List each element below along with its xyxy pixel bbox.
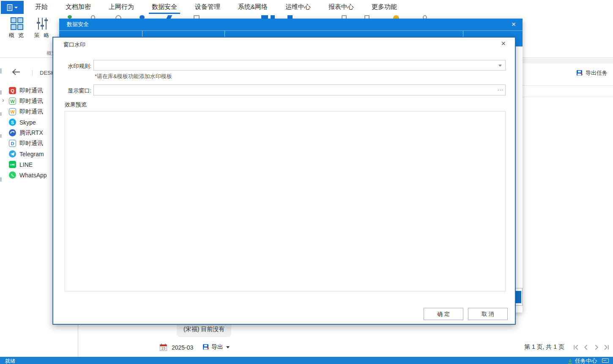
chevron-down-icon xyxy=(14,7,18,8)
month-picker[interactable]: 23 2025-03 xyxy=(159,343,193,351)
pen-icon-fragment xyxy=(166,15,172,19)
overview-button[interactable]: 概 览 xyxy=(5,17,29,39)
tab-report-center[interactable]: 报表中心 xyxy=(320,0,363,14)
list-item-label: 即时通讯 xyxy=(19,98,43,105)
preview-area xyxy=(65,111,506,291)
grid-icon xyxy=(5,17,29,30)
ribbon-tabbar: 开始 文档加密 上网行为 数据安全 设备管理 系统&网络 运维中心 报表中心 更… xyxy=(0,0,613,14)
telegram-icon xyxy=(9,150,16,158)
export-label: 导出 xyxy=(211,343,223,351)
blue-icon-fragment xyxy=(140,15,145,19)
gray-icon-fragment xyxy=(342,15,347,19)
list-item-label: 腾讯RTX xyxy=(19,129,43,137)
expander-icon[interactable]: › xyxy=(2,97,4,103)
green-icon-fragment xyxy=(68,15,72,19)
list-item-label: Telegram xyxy=(19,151,44,158)
export-tasks-label: 导出任务 xyxy=(586,69,608,77)
list-item-label: WhatsApp xyxy=(19,172,47,179)
policy-label: 策 略 xyxy=(30,32,54,39)
chevron-down-icon xyxy=(226,346,230,348)
tencent-rtx-icon xyxy=(9,129,16,136)
list-item-label: 即时通讯 xyxy=(19,108,43,116)
back-button[interactable] xyxy=(12,69,20,75)
tab-start[interactable]: 开始 xyxy=(26,0,57,14)
task-center-label: 任务中心 xyxy=(575,357,597,364)
preview-label: 效果预览 xyxy=(65,101,87,109)
export-file-icon xyxy=(203,344,209,350)
edge-fragment xyxy=(0,68,2,73)
task-center-button[interactable]: 任务中心 xyxy=(567,357,597,364)
watermark-rule-select[interactable] xyxy=(93,60,506,71)
list-item-label: 即时通讯 xyxy=(19,140,43,147)
policy-button[interactable]: 策 略 xyxy=(30,17,54,39)
month-value: 2025-03 xyxy=(172,344,193,351)
chevron-down-icon xyxy=(498,65,502,67)
dialog-title: 数据安全 xyxy=(67,21,89,27)
whatsapp-icon xyxy=(9,171,16,179)
dialog-title: 窗口水印 xyxy=(63,41,85,49)
next-page-button[interactable] xyxy=(591,343,602,351)
list-item-label: 即时通讯 xyxy=(19,87,43,95)
display-window-label: 显示窗口: xyxy=(61,87,91,95)
previous-page-button[interactable] xyxy=(581,343,591,351)
calendar-icon: 23 xyxy=(159,343,167,351)
export-tasks-button[interactable]: 导出任务 xyxy=(576,69,608,77)
svg-text:23: 23 xyxy=(161,346,166,350)
export-file-icon xyxy=(576,70,583,76)
tab-data-security[interactable]: 数据安全 xyxy=(143,0,186,14)
gray-icon-fragment xyxy=(364,15,369,19)
tab-ops-center[interactable]: 运维中心 xyxy=(276,0,320,14)
watermark-rule-hint: *请在库&模板功能添加水印模板 xyxy=(95,73,172,80)
export-button[interactable]: 导出 xyxy=(203,343,230,351)
browse-button[interactable]: ... xyxy=(496,85,505,94)
pagination-text: 第 1 页, 共 1 页 xyxy=(524,343,564,351)
document-icon xyxy=(7,4,13,11)
tab-more-features[interactable]: 更多功能 xyxy=(363,0,406,14)
pagination: 第 1 页, 共 1 页 xyxy=(524,343,612,351)
blue-bar-fragment xyxy=(287,15,293,19)
clock-icon-fragment xyxy=(115,15,121,19)
display-window-input[interactable] xyxy=(93,84,506,95)
skype-icon: S xyxy=(9,119,16,126)
blue-bar-fragment xyxy=(271,15,275,19)
first-page-button[interactable] xyxy=(571,343,581,351)
im-green-w-icon: W xyxy=(9,98,16,105)
last-page-button[interactable] xyxy=(602,343,612,351)
lock-icon-fragment xyxy=(91,15,95,19)
close-icon[interactable]: × xyxy=(501,39,506,48)
list-item-label: LINE xyxy=(19,161,33,168)
overview-label: 概 览 xyxy=(5,32,29,39)
tab-device-management[interactable]: 设备管理 xyxy=(186,0,229,14)
app-window: { "ribbon": { "tabs": ["开始", "文档加密", "上网… xyxy=(0,0,613,364)
line-icon: LINE xyxy=(9,161,16,168)
list-item-label: Skype xyxy=(19,119,36,126)
data-security-dialog-titlebar: 数据安全 × xyxy=(59,19,523,30)
yellow-icon-fragment xyxy=(393,15,399,19)
clipped-ribbon-icons xyxy=(59,14,523,19)
im-red-q-icon: Q xyxy=(9,87,16,94)
tab-web-behavior[interactable]: 上网行为 xyxy=(100,0,143,14)
tab-system-network[interactable]: 系统&网络 xyxy=(229,0,276,14)
blue-bar-fragment xyxy=(261,15,268,19)
app-menu-button[interactable] xyxy=(1,1,24,14)
cancel-button[interactable]: 取 消 xyxy=(468,308,508,320)
im-d-icon: D xyxy=(9,140,16,147)
sliders-icon xyxy=(30,17,54,30)
statusbar: 就绪 任务中心 xyxy=(0,357,613,364)
download-icon xyxy=(567,359,573,364)
frame-icon-fragment xyxy=(194,15,200,19)
status-ready-label: 就绪 xyxy=(5,358,15,364)
gray-icon-fragment xyxy=(423,15,427,19)
device-name-label: DESK xyxy=(40,70,52,76)
close-icon[interactable]: × xyxy=(512,20,516,29)
console-icon[interactable] xyxy=(602,359,609,363)
im-yellow-w-icon: W xyxy=(9,108,16,115)
ok-button[interactable]: 确 定 xyxy=(424,308,463,320)
watermark-rule-label: 水印规则: xyxy=(61,62,91,70)
sidebar-header-divider xyxy=(32,70,33,76)
ribbon-tabs: 开始 文档加密 上网行为 数据安全 设备管理 系统&网络 运维中心 报表中心 更… xyxy=(26,0,406,14)
window-watermark-dialog: 窗口水印 × 水印规则: *请在库&模板功能添加水印模板 显示窗口: ... 效… xyxy=(52,37,516,325)
tab-doc-encryption[interactable]: 文档加密 xyxy=(57,0,100,14)
